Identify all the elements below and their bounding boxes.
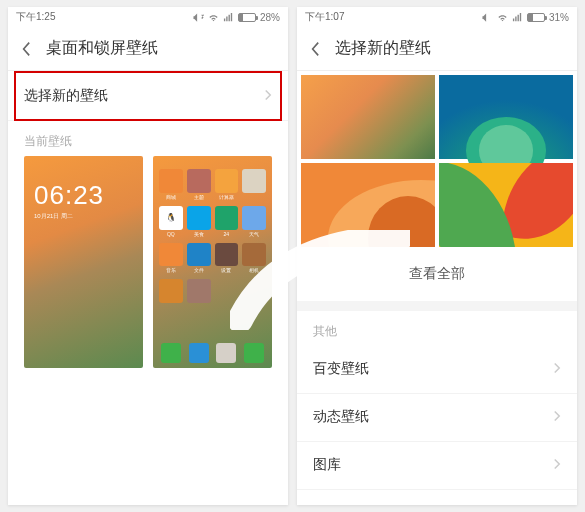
back-button[interactable] <box>305 39 325 59</box>
dock-security <box>216 343 236 364</box>
screen-wallpaper-settings: 下午1:25 28% 桌面和锁屏壁纸 选择新的壁纸 当前壁纸 06:23 10月… <box>8 7 288 505</box>
select-new-wallpaper-label: 选择新的壁纸 <box>24 87 108 105</box>
app-icon <box>159 279 183 304</box>
chevron-right-icon <box>553 361 561 377</box>
current-wallpaper-previews: 06:23 10月21日 周二 商城主题计算器🐧QQ美食24天气音乐文件设置相机 <box>8 156 288 384</box>
current-wallpaper-label: 当前壁纸 <box>8 121 288 156</box>
chevron-right-icon <box>553 457 561 473</box>
status-icons: 31% <box>482 12 569 23</box>
homescreen-preview[interactable]: 商城主题计算器🐧QQ美食24天气音乐文件设置相机 <box>153 156 272 368</box>
battery-percent: 31% <box>549 12 569 23</box>
silent-icon <box>193 12 204 23</box>
app-icon: 美食 <box>187 206 211 237</box>
app-icon <box>242 169 266 200</box>
battery-icon <box>238 13 256 22</box>
status-bar: 下午1:07 31% <box>297 7 577 27</box>
lock-clock-time: 06:23 <box>34 180 104 211</box>
status-bar: 下午1:25 28% <box>8 7 288 27</box>
app-icon: 主题 <box>187 169 211 200</box>
page-title: 桌面和锁屏壁纸 <box>46 38 158 59</box>
other-section-label: 其他 <box>297 311 577 346</box>
dock-contacts <box>189 343 209 364</box>
app-icon: 天气 <box>242 206 266 237</box>
app-icon: 24 <box>215 206 239 237</box>
battery-percent: 28% <box>260 12 280 23</box>
app-icon: 商城 <box>159 169 183 200</box>
header: 桌面和锁屏壁纸 <box>8 27 288 71</box>
status-time: 下午1:07 <box>305 10 482 24</box>
wifi-icon <box>497 12 508 23</box>
list-item[interactable]: 文件管理 <box>297 490 577 506</box>
lockscreen-preview[interactable]: 06:23 10月21日 周二 <box>24 156 143 368</box>
wallpaper-thumb[interactable] <box>439 163 573 247</box>
app-icon <box>187 279 211 304</box>
app-icon: 文件 <box>187 243 211 274</box>
list-item-label: 文件管理 <box>313 504 369 505</box>
wallpaper-thumb[interactable] <box>301 75 435 159</box>
app-icon: 计算器 <box>215 169 239 200</box>
silent-icon <box>482 12 493 23</box>
list-item-label: 动态壁纸 <box>313 408 369 426</box>
app-icon: 🐧QQ <box>159 206 183 237</box>
lock-clock-date: 10月21日 周二 <box>34 212 73 221</box>
dock-sms <box>244 343 264 364</box>
chevron-right-icon <box>553 409 561 425</box>
list-item-label: 百变壁纸 <box>313 360 369 378</box>
back-button[interactable] <box>16 39 36 59</box>
wallpaper-thumb[interactable] <box>439 75 573 159</box>
select-new-wallpaper-row[interactable]: 选择新的壁纸 <box>8 71 288 121</box>
status-time: 下午1:25 <box>16 10 193 24</box>
dock-phone <box>161 343 181 364</box>
page-title: 选择新的壁纸 <box>335 38 431 59</box>
status-icons: 28% <box>193 12 280 23</box>
signal-icon <box>223 12 234 23</box>
wifi-icon <box>208 12 219 23</box>
signal-icon <box>512 12 523 23</box>
battery-icon <box>527 13 545 22</box>
list-item[interactable]: 百变壁纸 <box>297 346 577 394</box>
screen-wallpaper-picker: 下午1:07 31% 选择新的壁纸 查看全部 其他 百变壁纸动态壁纸图库文件管理 <box>297 7 577 505</box>
app-icon: 音乐 <box>159 243 183 274</box>
list-item[interactable]: 图库 <box>297 442 577 490</box>
list-item[interactable]: 动态壁纸 <box>297 394 577 442</box>
wallpaper-grid <box>297 71 577 251</box>
wallpaper-thumb[interactable] <box>301 163 435 247</box>
header: 选择新的壁纸 <box>297 27 577 71</box>
view-all-button[interactable]: 查看全部 <box>297 251 577 311</box>
app-icon: 设置 <box>215 243 239 274</box>
list-item-label: 图库 <box>313 456 341 474</box>
app-icon: 相机 <box>242 243 266 274</box>
chevron-right-icon <box>264 88 272 104</box>
